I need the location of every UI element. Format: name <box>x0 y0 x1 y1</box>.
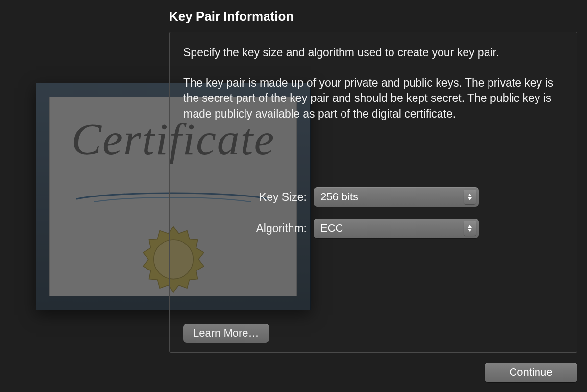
select-stepper-icon <box>464 190 476 204</box>
key-size-row: Key Size: 256 bits <box>170 187 577 207</box>
key-size-value: 256 bits <box>320 191 358 203</box>
select-stepper-icon <box>464 221 476 236</box>
algorithm-select[interactable]: ECC <box>314 219 479 238</box>
svg-marker-2 <box>468 194 472 196</box>
svg-marker-3 <box>468 197 472 200</box>
key-size-select[interactable]: 256 bits <box>314 187 479 207</box>
description-line-1: Specify the key size and algorithm used … <box>183 45 563 61</box>
algorithm-row: Algorithm: ECC <box>170 219 577 238</box>
svg-marker-4 <box>468 225 472 228</box>
description-line-2: The key pair is made up of your private … <box>183 75 563 122</box>
learn-more-label: Learn More… <box>193 327 259 340</box>
learn-more-button[interactable]: Learn More… <box>183 324 269 343</box>
svg-marker-5 <box>468 229 472 232</box>
continue-button[interactable]: Continue <box>485 363 577 382</box>
page-title: Key Pair Information <box>169 9 294 24</box>
continue-label: Continue <box>509 366 552 379</box>
algorithm-value: ECC <box>320 222 343 235</box>
info-panel: Specify the key size and algorithm used … <box>169 32 577 353</box>
algorithm-label: Algorithm: <box>170 222 314 235</box>
form-area: Key Size: 256 bits Algorithm: ECC <box>170 187 577 250</box>
key-size-label: Key Size: <box>170 191 314 204</box>
